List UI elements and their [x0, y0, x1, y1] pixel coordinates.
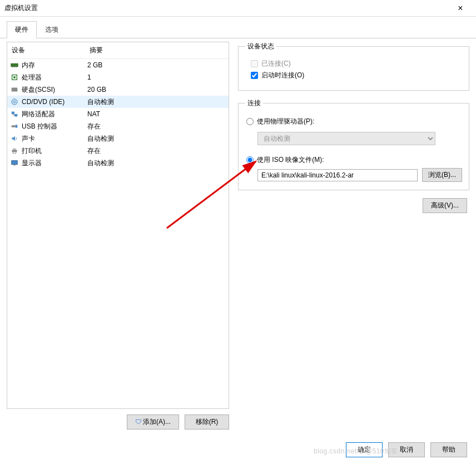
- device-label: 显示器: [22, 159, 87, 168]
- svg-rect-3: [14, 67, 15, 68]
- device-row-network[interactable]: 网络适配器 NAT: [7, 108, 229, 120]
- svg-rect-13: [12, 125, 16, 127]
- help-button[interactable]: 帮助: [430, 442, 467, 457]
- network-icon: [9, 110, 19, 118]
- device-label: 打印机: [22, 146, 87, 156]
- device-label: 网络适配器: [22, 110, 87, 119]
- device-summary: 自动检测: [87, 159, 226, 168]
- tab-hardware[interactable]: 硬件: [7, 21, 37, 38]
- device-label: 处理器: [22, 73, 87, 82]
- iso-file-row[interactable]: 使用 ISO 映像文件(M):: [246, 155, 462, 165]
- speaker-icon: [9, 135, 19, 142]
- device-row-hdd[interactable]: 硬盘(SCSI) 20 GB: [7, 83, 229, 96]
- device-label: CD/DVD (IDE): [22, 98, 87, 106]
- device-status-group: 设备状态 已连接(C) 启动时连接(O): [238, 42, 469, 91]
- cpu-icon: [9, 73, 19, 81]
- cancel-button[interactable]: 取消: [388, 442, 425, 457]
- device-row-sound[interactable]: 声卡 自动检测: [7, 132, 229, 145]
- device-row-printer[interactable]: 打印机 存在: [7, 145, 229, 157]
- connect-on-start-row[interactable]: 启动时连接(O): [251, 71, 462, 80]
- connect-on-start-label: 启动时连接(O): [261, 71, 304, 80]
- svg-rect-17: [13, 152, 16, 154]
- device-status-legend: 设备状态: [245, 42, 276, 51]
- device-summary: 存在: [87, 146, 226, 156]
- iso-file-label: 使用 ISO 映像文件(M):: [257, 155, 324, 165]
- physical-drive-radio[interactable]: [246, 118, 254, 125]
- device-summary: 自动检测: [87, 134, 226, 144]
- monitor-icon: [9, 159, 19, 167]
- device-summary: 20 GB: [87, 86, 226, 93]
- svg-rect-0: [11, 63, 18, 66]
- close-icon[interactable]: ×: [449, 3, 472, 13]
- connected-checkbox-row: 已连接(C): [251, 59, 462, 68]
- device-row-memory[interactable]: 内存 2 GB: [7, 59, 229, 71]
- svg-point-8: [16, 90, 17, 91]
- disc-icon: [9, 98, 19, 106]
- shield-icon: 🛡: [135, 418, 142, 426]
- connect-on-start-checkbox[interactable]: [251, 72, 258, 79]
- connection-group: 连接 使用物理驱动器(P): 自动检测 使用 ISO 映像文件(M): 浏览(B…: [238, 98, 469, 190]
- connection-legend: 连接: [245, 98, 263, 108]
- device-label: 硬盘(SCSI): [22, 85, 87, 95]
- iso-file-radio[interactable]: [246, 156, 254, 164]
- svg-rect-12: [14, 114, 17, 116]
- svg-rect-4: [16, 67, 17, 68]
- browse-button[interactable]: 浏览(B)...: [422, 168, 462, 182]
- svg-rect-2: [12, 67, 13, 68]
- advanced-button[interactable]: 高级(V)...: [423, 198, 467, 213]
- tab-options[interactable]: 选项: [37, 21, 67, 38]
- device-summary: 2 GB: [87, 61, 226, 69]
- printer-icon: [9, 147, 19, 155]
- hdd-icon: [9, 86, 19, 93]
- svg-rect-11: [12, 112, 14, 114]
- device-label: USB 控制器: [22, 122, 87, 131]
- connected-label: 已连接(C): [261, 59, 291, 68]
- svg-point-10: [14, 101, 16, 103]
- device-summary: 1: [87, 73, 226, 81]
- device-row-cpu[interactable]: 处理器 1: [7, 71, 229, 83]
- device-summary: 自动检测: [87, 97, 226, 107]
- ok-button[interactable]: 确定: [346, 442, 383, 457]
- header-device: 设备: [12, 46, 90, 55]
- device-row-cddvd[interactable]: CD/DVD (IDE) 自动检测: [7, 96, 229, 108]
- header-summary: 摘要: [90, 46, 224, 55]
- remove-button[interactable]: 移除(R): [185, 414, 229, 430]
- svg-rect-19: [13, 165, 16, 166]
- physical-drive-row[interactable]: 使用物理驱动器(P):: [246, 117, 462, 126]
- svg-rect-16: [13, 149, 16, 150]
- memory-icon: [9, 61, 19, 69]
- physical-drive-label: 使用物理驱动器(P):: [257, 117, 314, 126]
- titlebar: 虚拟机设置 ×: [0, 0, 476, 17]
- usb-icon: [9, 122, 19, 130]
- device-list: 设备 摘要 内存 2 GB 处理器 1 硬盘(SCSI) 20 GB CD/DV: [7, 42, 229, 409]
- device-summary: NAT: [87, 110, 226, 118]
- svg-rect-14: [16, 125, 18, 127]
- svg-rect-18: [12, 161, 18, 165]
- device-row-display[interactable]: 显示器 自动检测: [7, 157, 229, 169]
- device-summary: 存在: [87, 122, 226, 131]
- svg-rect-6: [13, 76, 16, 78]
- window-title: 虚拟机设置: [4, 3, 449, 13]
- connected-checkbox: [251, 60, 258, 67]
- device-label: 内存: [22, 61, 87, 70]
- add-button[interactable]: 🛡添加(A)...: [127, 414, 179, 430]
- device-row-usb[interactable]: USB 控制器 存在: [7, 120, 229, 132]
- device-label: 声卡: [22, 134, 87, 144]
- iso-path-input[interactable]: [257, 169, 418, 181]
- tab-strip: 硬件 选项: [0, 17, 476, 38]
- physical-drive-combo: 自动检测: [257, 132, 435, 145]
- device-list-header: 设备 摘要: [7, 42, 229, 59]
